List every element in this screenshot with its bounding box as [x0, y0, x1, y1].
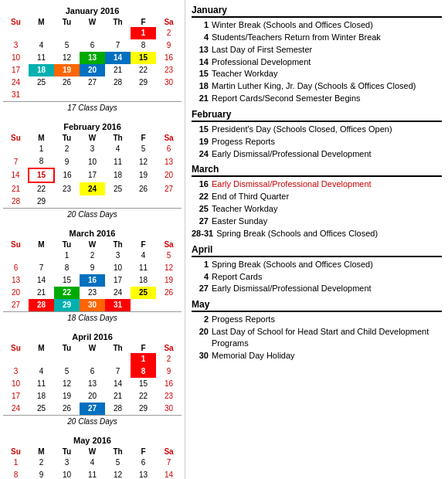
- event-row-0-2: 13Last Day of First Semester: [192, 44, 442, 56]
- day-header-Sa: Sa: [156, 343, 182, 353]
- cal-cell-1-2-4: 18: [105, 168, 131, 182]
- event-row-4-0: 2Progess Reports: [192, 314, 442, 325]
- event-desc-2-2: Teacher Workday: [212, 203, 442, 215]
- cal-cell-1-3-5: 26: [131, 182, 156, 195]
- cal-cell-2-1-1: 7: [29, 262, 54, 274]
- event-desc-0-4: Teacher Workday: [212, 68, 442, 80]
- cal-cell-4-1-1: 9: [29, 469, 54, 479]
- cal-cell-4-0-4: 5: [105, 457, 131, 469]
- day-header-Su: Su: [3, 447, 29, 457]
- cal-cell-4-0-1: 2: [29, 457, 54, 469]
- event-row-2-0: 16Early Dismissal/Professional Developme…: [192, 178, 442, 190]
- event-row-0-1: 4Students/Teachers Return from Winter Br…: [192, 32, 442, 43]
- day-header-W: W: [80, 133, 105, 143]
- cal-cell-0-5-0: 31: [3, 89, 29, 102]
- day-header-W: W: [80, 240, 105, 250]
- cal-cell-3-4-3: 27: [80, 403, 105, 416]
- cal-cell-1-4-3: [80, 195, 105, 209]
- cal-cell-3-0-3: [80, 353, 105, 365]
- cal-cell-1-4-4: [105, 195, 131, 209]
- event-row-3-0: 1Spring Break (Schools and Offices Close…: [192, 259, 442, 270]
- cal-cell-3-4-0: 24: [3, 403, 29, 416]
- cal-cell-3-1-1: 4: [29, 365, 54, 378]
- event-desc-2-0: Early Dismissal/Professional Development: [212, 178, 442, 190]
- event-row-1-1: 19Progess Reports: [192, 136, 442, 148]
- day-header-Th: Th: [105, 240, 131, 250]
- day-header-M: M: [29, 343, 54, 353]
- day-header-W: W: [80, 343, 105, 353]
- event-day-1-2: 24: [192, 148, 209, 160]
- month-block-3: April 2016SuMTuWThFSa1234567891011121314…: [3, 331, 182, 428]
- cal-cell-2-3-3: 23: [80, 287, 105, 299]
- event-row-0-6: 21Report Cards/Second Semester Begins: [192, 93, 442, 104]
- day-header-W: W: [80, 447, 105, 457]
- event-desc-0-0: Winter Break (Schools and Offices Closed…: [212, 19, 442, 31]
- cal-cell-1-1-0: 7: [3, 155, 29, 168]
- cal-cell-0-5-5: [131, 89, 156, 102]
- cal-cell-3-1-6: 9: [156, 365, 182, 378]
- cal-cell-2-2-5: 18: [131, 274, 156, 287]
- cal-cell-2-1-4: 10: [105, 262, 131, 274]
- cal-cell-0-3-2: 19: [54, 64, 80, 76]
- cal-cell-0-4-0: 24: [3, 76, 29, 89]
- cal-cell-0-1-5: 8: [131, 39, 156, 52]
- event-day-2-1: 22: [192, 191, 209, 202]
- cal-cell-3-0-1: [29, 353, 54, 365]
- cal-cell-1-1-5: 12: [131, 155, 156, 168]
- day-header-Tu: Tu: [54, 240, 80, 250]
- cal-cell-0-3-1: 18: [29, 64, 54, 76]
- cal-cell-2-2-6: 19: [156, 274, 182, 287]
- cal-cell-4-1-4: 12: [105, 469, 131, 479]
- cal-table-1: SuMTuWThFSa12345678910111213141516171819…: [3, 133, 182, 221]
- cal-cell-2-3-1: 21: [29, 287, 54, 299]
- cal-cell-0-1-3: 6: [80, 39, 105, 52]
- cal-cell-1-3-3: 24: [80, 182, 105, 195]
- cal-cell-2-0-0: [3, 250, 29, 262]
- day-header-Th: Th: [105, 343, 131, 353]
- cal-cell-3-0-6: 2: [156, 353, 182, 365]
- cal-cell-2-4-2: 29: [54, 299, 80, 312]
- day-header-Sa: Sa: [156, 447, 182, 457]
- event-desc-4-0: Progess Reports: [212, 314, 442, 325]
- cal-cell-1-4-6: [156, 195, 182, 209]
- cal-cell-3-4-2: 26: [54, 403, 80, 416]
- day-header-Su: Su: [3, 133, 29, 143]
- event-desc-4-1: Last Day of School for Head Start and Ch…: [212, 326, 442, 349]
- cal-cell-1-0-3: 3: [80, 143, 105, 155]
- cal-cell-1-1-2: 9: [54, 155, 80, 168]
- event-desc-2-3: Easter Sunday: [212, 216, 442, 227]
- day-header-Tu: Tu: [54, 17, 80, 27]
- cal-cell-0-0-5: 1: [131, 27, 156, 39]
- day-header-M: M: [29, 17, 54, 27]
- cal-cell-2-0-3: 2: [80, 250, 105, 262]
- day-header-M: M: [29, 447, 54, 457]
- cal-cell-3-0-2: [54, 353, 80, 365]
- month-title-4: May 2016: [3, 434, 182, 447]
- cal-cell-1-1-6: 13: [156, 155, 182, 168]
- cal-cell-0-5-4: [105, 89, 131, 102]
- cal-cell-0-4-3: 27: [80, 76, 105, 89]
- cal-cell-1-4-1: 29: [29, 195, 54, 209]
- cal-cell-0-3-0: 17: [3, 64, 29, 76]
- event-day-0-3: 14: [192, 56, 209, 68]
- cal-cell-3-2-1: 11: [29, 378, 54, 390]
- event-desc-2-1: End of Third Quarter: [212, 191, 442, 202]
- cal-cell-0-4-1: 25: [29, 76, 54, 89]
- event-desc-1-2: Early Dismissal/Professional Development: [212, 148, 442, 160]
- cal-cell-2-1-5: 11: [131, 262, 156, 274]
- cal-cell-0-4-6: 30: [156, 76, 182, 89]
- event-day-4-0: 2: [192, 314, 209, 325]
- cal-cell-1-2-5: 19: [131, 168, 156, 182]
- month-block-2: March 2016SuMTuWThFSa1234567891011121314…: [3, 227, 182, 324]
- event-desc-0-2: Last Day of First Semester: [212, 44, 442, 56]
- day-header-Tu: Tu: [54, 133, 80, 143]
- day-header-Sa: Sa: [156, 17, 182, 27]
- cal-cell-2-2-3: 16: [80, 274, 105, 287]
- cal-cell-4-0-5: 6: [131, 457, 156, 469]
- cal-cell-1-2-2: 16: [54, 168, 80, 182]
- cal-cell-2-0-6: 5: [156, 250, 182, 262]
- cal-cell-3-2-2: 12: [54, 378, 80, 390]
- cal-cell-1-2-1: 15: [29, 168, 54, 182]
- cal-cell-1-1-4: 11: [105, 155, 131, 168]
- cal-cell-4-1-3: 11: [80, 469, 105, 479]
